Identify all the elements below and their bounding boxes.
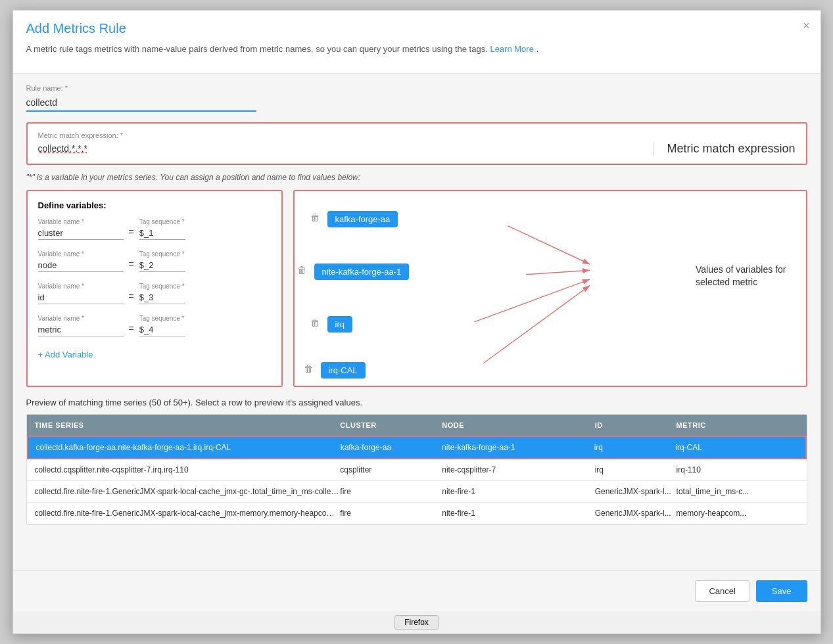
variables-box: Define variables: Variable name * = Tag … (26, 190, 283, 387)
hint-text: "*" is a variable in your metrics series… (26, 173, 807, 182)
var-tag-label-0: Tag sequence * (139, 218, 185, 225)
preview-title: Preview of matching time series (50 of 5… (26, 398, 807, 407)
metric-match-input[interactable] (38, 143, 654, 154)
col-header-node: NODE (442, 421, 594, 429)
equals-sign-1: = (129, 259, 134, 272)
description-text: A metric rule tags metrics with name-val… (26, 43, 807, 56)
var-tag-group-3: Tag sequence * (139, 315, 185, 336)
svg-line-2 (526, 270, 590, 274)
cell-node-0: nite-kafka-forge-aa-1 (442, 443, 594, 452)
cell-metric-0: irq-CAL (675, 443, 797, 452)
col-header-metric: METRIC (677, 421, 799, 429)
var-name-input-2[interactable] (38, 291, 124, 304)
add-metrics-rule-dialog: Add Metrics Rule × A metric rule tags me… (12, 10, 821, 634)
diagram-chip-2[interactable]: irq (327, 316, 352, 333)
save-button[interactable]: Save (756, 580, 807, 602)
description-period: . (536, 44, 539, 54)
variable-row: Variable name * = Tag sequence * (38, 315, 271, 336)
var-name-group-0: Variable name * (38, 218, 124, 240)
dialog-body: Rule name: * Metric match expression: * … (13, 74, 821, 571)
cancel-button[interactable]: Cancel (695, 580, 749, 602)
diagram-annotation: Values of variables forselected metric (696, 264, 786, 289)
taskbar: Firefox (13, 611, 821, 633)
var-name-input-3[interactable] (38, 323, 124, 336)
var-name-group-2: Variable name * (38, 283, 124, 304)
var-tag-input-3[interactable] (139, 323, 185, 336)
metric-match-label: Metric match expression: * (38, 131, 796, 139)
diagram-chip-3[interactable]: irq-CAL (321, 362, 366, 379)
variable-row: Variable name * = Tag sequence * (38, 250, 271, 272)
rule-name-group: Rule name: * (26, 84, 807, 112)
cell-time-series-3: collectd.fire.nite-fire-1.GenericJMX-spa… (35, 509, 341, 518)
table-rows-container: collectd.kafka-forge-aa.nite-kafka-forge… (27, 436, 807, 524)
cell-time-series-2: collectd.fire.nite-fire-1.GenericJMX-spa… (35, 487, 341, 496)
cell-node-2: nite-fire-1 (442, 487, 594, 496)
firefox-button[interactable]: Firefox (394, 615, 439, 630)
close-button[interactable]: × (803, 20, 810, 32)
metric-match-placeholder-label: Metric match expression (653, 142, 795, 156)
cell-cluster-1: cqsplitter (340, 465, 442, 474)
metric-match-box: Metric match expression: * Metric match … (26, 122, 807, 165)
preview-section: Preview of matching time series (50 of 5… (26, 398, 807, 525)
cell-node-3: nite-fire-1 (442, 509, 594, 518)
rule-name-label: Rule name: * (26, 84, 807, 92)
var-name-label-2: Variable name * (38, 283, 124, 290)
cell-cluster-0: kafka-forge-aa (341, 443, 442, 452)
cell-time-series-0: collectd.kafka-forge-aa.nite-kafka-forge… (36, 443, 341, 452)
equals-sign-0: = (129, 227, 134, 240)
cell-time-series-1: collectd.cqsplitter.nite-cqsplitter-7.ir… (35, 465, 341, 474)
svg-line-3 (474, 279, 590, 322)
var-tag-input-2[interactable] (139, 291, 185, 304)
cell-metric-2: total_time_in_ms-c... (677, 487, 799, 496)
rule-name-input[interactable] (26, 95, 256, 112)
dialog-title: Add Metrics Rule (26, 21, 807, 36)
variable-row: Variable name * = Tag sequence * (38, 218, 271, 240)
cell-cluster-3: fire (340, 509, 442, 518)
var-name-input-1[interactable] (38, 259, 124, 272)
table-row[interactable]: collectd.cqsplitter.nite-cqsplitter-7.ir… (27, 459, 807, 481)
var-name-input-0[interactable] (38, 227, 124, 240)
delete-chip-icon-1[interactable]: 🗑 (297, 265, 306, 275)
description-main: A metric rule tags metrics with name-val… (26, 44, 488, 54)
cell-id-1: irq (595, 465, 677, 474)
var-tag-label-3: Tag sequence * (139, 315, 185, 322)
equals-sign-2: = (129, 291, 134, 304)
var-name-group-1: Variable name * (38, 250, 124, 272)
var-tag-label-2: Tag sequence * (139, 283, 185, 290)
cell-cluster-2: fire (340, 487, 442, 496)
dialog-footer: Cancel Save (13, 570, 821, 611)
var-name-label-0: Variable name * (38, 218, 124, 225)
variables-title: Define variables: (38, 200, 271, 210)
cell-id-0: irq (594, 443, 676, 452)
col-header-cluster: CLUSTER (340, 421, 442, 429)
col-header-id: ID (595, 421, 677, 429)
variable-row: Variable name * = Tag sequence * (38, 283, 271, 304)
diagram-chip-1[interactable]: nite-kafka-forge-aa-1 (314, 264, 410, 280)
var-tag-input-0[interactable] (139, 227, 185, 240)
var-tag-group-1: Tag sequence * (139, 250, 185, 272)
add-variable-button[interactable]: + Add Variable (38, 350, 93, 359)
variable-rows-container: Variable name * = Tag sequence * Variabl… (38, 218, 271, 336)
table-row[interactable]: collectd.fire.nite-fire-1.GenericJMX-spa… (27, 503, 807, 524)
cell-id-3: GenericJMX-spark-l... (595, 509, 677, 518)
delete-chip-icon-0[interactable]: 🗑 (310, 212, 320, 223)
cell-node-1: nite-cqsplitter-7 (442, 465, 594, 474)
var-tag-input-1[interactable] (139, 259, 185, 272)
dialog-header: Add Metrics Rule × A metric rule tags me… (13, 11, 821, 74)
metric-match-inner: Metric match expression (38, 142, 796, 156)
table-row[interactable]: collectd.kafka-forge-aa.nite-kafka-forge… (27, 436, 807, 459)
var-tag-group-2: Tag sequence * (139, 283, 185, 304)
var-name-group-3: Variable name * (38, 315, 124, 336)
col-header-time-series: TIME SERIES (35, 421, 341, 429)
cell-metric-1: irq-110 (677, 465, 799, 474)
learn-more-link[interactable]: Learn More (490, 44, 533, 54)
variables-diagram-row: Define variables: Variable name * = Tag … (26, 190, 807, 387)
var-tag-group-0: Tag sequence * (139, 218, 185, 240)
diagram-chip-0[interactable]: kafka-forge-aa (327, 211, 398, 227)
delete-chip-icon-3[interactable]: 🗑 (304, 363, 313, 374)
cell-id-2: GenericJMX-spark-l... (595, 487, 677, 496)
svg-line-1 (508, 225, 590, 264)
table-row[interactable]: collectd.fire.nite-fire-1.GenericJMX-spa… (27, 481, 807, 503)
delete-chip-icon-2[interactable]: 🗑 (310, 317, 320, 328)
table-header: TIME SERIES CLUSTER NODE ID METRIC (27, 415, 807, 436)
